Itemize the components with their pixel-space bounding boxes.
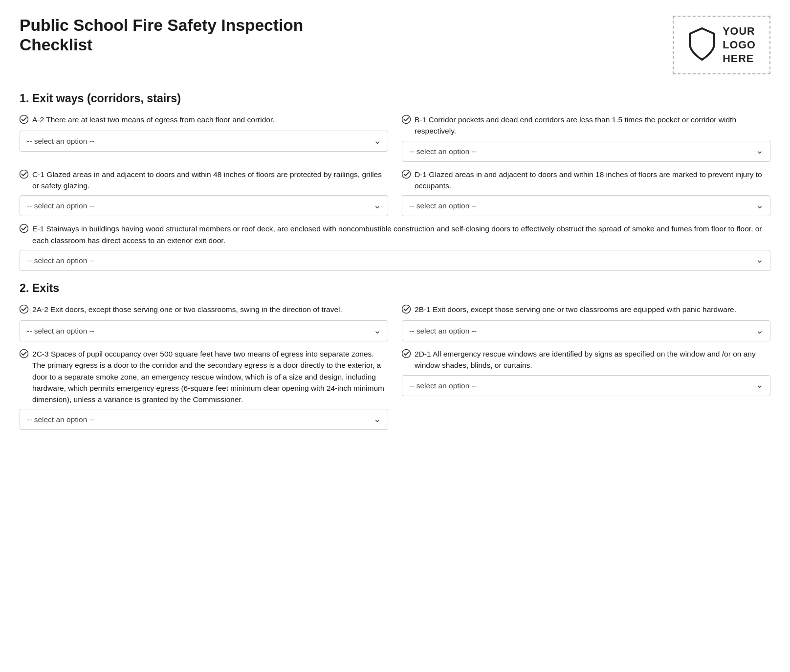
section-2: 2. Exits 2A-2 Exit doors, except those s… [20, 282, 770, 437]
select-wrapper-E1[interactable]: -- select an option --CompliantNon-Compl… [20, 250, 770, 271]
svg-point-2 [20, 170, 28, 178]
item-block-2C3: 2C-3 Spaces of pupil occupancy over 500 … [20, 348, 388, 430]
shield-icon [687, 27, 717, 63]
select-2A2[interactable]: -- select an option --CompliantNon-Compl… [20, 320, 388, 341]
select-C1[interactable]: -- select an option --CompliantNon-Compl… [20, 195, 388, 216]
item-block-2A2: 2A-2 Exit doors, except those serving on… [20, 304, 388, 341]
item-text-B1: B-1 Corridor pockets and dead end corrid… [415, 114, 770, 137]
svg-point-1 [402, 115, 411, 124]
item-text-A2: A-2 There are at least two means of egre… [32, 114, 275, 125]
section-title-2: 2. Exits [20, 282, 770, 295]
section-1: 1. Exit ways (corridors, stairs) A-2 The… [20, 92, 770, 278]
select-2B1[interactable]: -- select an option --CompliantNon-Compl… [402, 320, 770, 341]
item-text-2B1: 2B-1 Exit doors, except those serving on… [415, 304, 736, 315]
svg-point-8 [402, 350, 411, 358]
svg-point-7 [20, 350, 28, 358]
page-title: Public School Fire Safety Inspection Che… [20, 16, 362, 55]
check-icon-B1 [402, 115, 411, 127]
select-wrapper-2D1[interactable]: -- select an option --CompliantNon-Compl… [402, 375, 770, 396]
item-block-A2: A-2 There are at least two means of egre… [20, 114, 388, 162]
check-icon-2C3 [20, 349, 28, 361]
select-wrapper-A2[interactable]: -- select an option --CompliantNon-Compl… [20, 131, 388, 152]
item-text-C1: C-1 Glazed areas in and adjacent to door… [32, 169, 388, 192]
select-wrapper-C1[interactable]: -- select an option --CompliantNon-Compl… [20, 195, 388, 216]
svg-point-6 [402, 305, 411, 313]
select-wrapper-2C3[interactable]: -- select an option --CompliantNon-Compl… [20, 409, 388, 430]
item-label-2C3: 2C-3 Spaces of pupil occupancy over 500 … [20, 348, 388, 405]
select-wrapper-2B1[interactable]: -- select an option --CompliantNon-Compl… [402, 320, 770, 341]
item-label-B1: B-1 Corridor pockets and dead end corrid… [402, 114, 770, 137]
check-icon-D1 [402, 170, 411, 181]
check-icon-2A2 [20, 305, 28, 316]
item-text-2D1: 2D-1 All emergency rescue windows are id… [415, 348, 770, 371]
item-block-C1: C-1 Glazed areas in and adjacent to door… [20, 169, 388, 217]
item-label-A2: A-2 There are at least two means of egre… [20, 114, 388, 127]
select-A2[interactable]: -- select an option --CompliantNon-Compl… [20, 131, 388, 152]
item-block-E1: E-1 Stairways in buildings having wood s… [20, 223, 770, 271]
item-block-2D1: 2D-1 All emergency rescue windows are id… [402, 348, 770, 430]
select-2C3[interactable]: -- select an option --CompliantNon-Compl… [20, 409, 388, 430]
select-wrapper-B1[interactable]: -- select an option --CompliantNon-Compl… [402, 141, 770, 162]
item-label-2D1: 2D-1 All emergency rescue windows are id… [402, 348, 770, 371]
item-text-E1: E-1 Stairways in buildings having wood s… [32, 223, 770, 246]
item-text-2C3: 2C-3 Spaces of pupil occupancy over 500 … [32, 348, 388, 405]
section-grid-2: 2A-2 Exit doors, except those serving on… [20, 304, 770, 437]
svg-point-5 [20, 305, 28, 313]
section-grid-1: A-2 There are at least two means of egre… [20, 114, 770, 278]
select-2D1[interactable]: -- select an option --CompliantNon-Compl… [402, 375, 770, 396]
svg-point-4 [20, 224, 28, 233]
item-text-D1: D-1 Glazed areas in and adjacent to door… [415, 169, 770, 192]
select-E1[interactable]: -- select an option --CompliantNon-Compl… [20, 250, 770, 271]
check-icon-A2 [20, 115, 28, 127]
svg-point-3 [402, 170, 411, 178]
logo-text: YOURLOGOHERE [723, 24, 756, 66]
check-icon-C1 [20, 170, 28, 181]
item-block-B1: B-1 Corridor pockets and dead end corrid… [402, 114, 770, 162]
sections-container: 1. Exit ways (corridors, stairs) A-2 The… [20, 92, 770, 437]
logo-placeholder: YOURLOGOHERE [673, 16, 770, 74]
section-title-1: 1. Exit ways (corridors, stairs) [20, 92, 770, 105]
select-wrapper-D1[interactable]: -- select an option --CompliantNon-Compl… [402, 195, 770, 216]
select-D1[interactable]: -- select an option --CompliantNon-Compl… [402, 195, 770, 216]
item-label-2B1: 2B-1 Exit doors, except those serving on… [402, 304, 770, 316]
item-label-D1: D-1 Glazed areas in and adjacent to door… [402, 169, 770, 192]
item-block-2B1: 2B-1 Exit doors, except those serving on… [402, 304, 770, 341]
check-icon-2D1 [402, 349, 411, 361]
item-label-C1: C-1 Glazed areas in and adjacent to door… [20, 169, 388, 192]
item-label-2A2: 2A-2 Exit doors, except those serving on… [20, 304, 388, 316]
select-B1[interactable]: -- select an option --CompliantNon-Compl… [402, 141, 770, 162]
item-text-2A2: 2A-2 Exit doors, except those serving on… [32, 304, 342, 315]
item-label-E1: E-1 Stairways in buildings having wood s… [20, 223, 770, 246]
check-icon-E1 [20, 224, 28, 236]
check-icon-2B1 [402, 305, 411, 316]
select-wrapper-2A2[interactable]: -- select an option --CompliantNon-Compl… [20, 320, 388, 341]
page-header: Public School Fire Safety Inspection Che… [20, 16, 770, 74]
svg-point-0 [20, 115, 28, 124]
item-block-D1: D-1 Glazed areas in and adjacent to door… [402, 169, 770, 217]
